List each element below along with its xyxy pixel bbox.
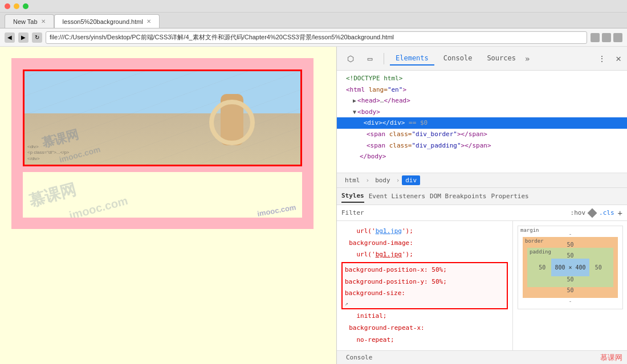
box-model-panel: margin - border 50 <box>513 221 627 350</box>
html-tag[interactable]: <html lang="en"> <box>337 84 627 96</box>
tab-bar: New Tab ✕ lesson5%20background.html ✕ <box>0 13 627 28</box>
border-bottom-row: 50 <box>527 287 613 293</box>
html-div-selected[interactable]: <div></div> == $0 <box>337 117 627 129</box>
styles-tab-dom[interactable]: DOM Breakpoints <box>430 190 486 202</box>
side-left-val: 50 <box>539 264 545 271</box>
minimize-dot[interactable] <box>14 3 19 9</box>
padding-top-val: 50 <box>567 252 573 259</box>
css-line-bg-pos-x: background-position-x: 50%; <box>345 264 504 276</box>
tab-console[interactable]: Console <box>438 52 478 66</box>
bm-margin: margin - border 50 <box>518 226 622 309</box>
css-link-bg1[interactable]: bg1.jpg <box>376 227 402 235</box>
margin-label: margin <box>520 227 539 233</box>
close-dot[interactable] <box>5 3 10 9</box>
hand-circle <box>209 100 255 145</box>
tab-new-label: New Tab <box>13 18 38 25</box>
browser-window: New Tab ✕ lesson5%20background.html ✕ ◀ … <box>0 0 627 364</box>
styles-tab-event[interactable]: Event Listeners <box>369 190 425 202</box>
imooc-logo: imooc.com <box>257 203 297 218</box>
filter-bar: Filter :hov .cls + <box>337 205 627 221</box>
browser-top-bar <box>0 0 627 13</box>
red-border-image-box: 慕课网 imooc.com <div> <p class="dl">...</p… <box>23 69 302 166</box>
tab-sources[interactable]: Sources <box>481 52 522 66</box>
tab-active[interactable]: lesson5%20background.html ✕ <box>54 14 160 28</box>
css-line-bg-pos-y: background-position-y: 50%; <box>345 276 504 288</box>
tab-new[interactable]: New Tab ✕ <box>5 14 54 28</box>
devtools-close-btn[interactable]: ✕ <box>616 53 621 64</box>
styles-tab-styles[interactable]: Styles <box>341 190 364 203</box>
css-line-initial: initial; <box>341 310 508 322</box>
add-style-btn[interactable]: + <box>618 208 622 218</box>
address-bar[interactable]: file:///C:/Users/yinsh/Desktop/PC前端/CSS3… <box>46 31 587 44</box>
tab-active-close[interactable]: ✕ <box>146 18 151 24</box>
refresh-button[interactable]: ↻ <box>32 32 42 43</box>
content-size: 800 × 400 <box>555 264 585 271</box>
border-label: border <box>525 238 544 244</box>
styles-panel: url('bg1.jpg'); background-image: url('b… <box>337 221 627 350</box>
breadcrumb-body[interactable]: body <box>372 175 394 185</box>
device-icon-btn[interactable]: ▭ <box>362 51 378 67</box>
cls-toggle[interactable]: .cls <box>599 209 614 216</box>
breadcrumb-bar: html › body › div <box>337 173 627 188</box>
cursor-icon-btn[interactable]: ⬡ <box>343 51 359 67</box>
css-line-bg-repeat: background-repeat-x: <box>341 322 508 334</box>
tab-active-label: lesson5%20background.html <box>63 18 143 25</box>
margin-top-val: - <box>568 231 572 237</box>
hand-shape <box>198 83 266 157</box>
devtools-settings-btn[interactable]: ⋮ <box>594 51 610 67</box>
content-row: 50 800 × 400 50 <box>532 259 609 276</box>
header-separator <box>384 53 384 64</box>
css-highlight-box: background-position-x: 50%; background-p… <box>341 262 508 309</box>
filter-diamond-icon[interactable] <box>588 208 597 218</box>
elements-panel: <!DOCTYPE html> <html lang="en"> ▶<head>… <box>337 71 627 173</box>
bm-padding: padding 50 50 800 × <box>527 248 613 287</box>
border-top-val: 50 <box>567 242 573 248</box>
forward-button[interactable]: ▶ <box>18 32 28 43</box>
css-line-url2: url('bg1.jpg'); <box>341 249 508 261</box>
css-rules-list: url('bg1.jpg'); background-image: url('b… <box>337 223 512 348</box>
html-body-close[interactable]: </body> <box>337 151 627 162</box>
tab-new-close[interactable]: ✕ <box>41 18 46 24</box>
cursor-marker: ↗ <box>345 300 348 306</box>
css-line-bg-image: background-image: <box>341 238 508 250</box>
css-link-bg1-2[interactable]: bg1.jpg <box>376 251 402 258</box>
mooc-logo-bottom: 慕课网 <box>600 353 622 363</box>
padding-label: padding <box>530 249 551 255</box>
css-rules-panel: url('bg1.jpg'); background-image: url('b… <box>337 221 513 350</box>
html-body[interactable]: ▼<body> <box>337 107 627 118</box>
nav-icons <box>591 33 622 42</box>
tab-elements[interactable]: Elements <box>390 52 434 66</box>
bottom-bar: Console 慕课网 <box>337 350 627 364</box>
browser-nav: ◀ ▶ ↻ file:///C:/Users/yinsh/Desktop/PC前… <box>0 28 627 47</box>
filter-label: Filter <box>341 209 364 216</box>
webpage-view: 慕课网 imooc.com <div> <p class="dl">...</p… <box>0 47 336 364</box>
filter-input[interactable] <box>368 210 567 216</box>
doctype-text: <!DOCTYPE html> <box>346 75 402 82</box>
below-watermark-1: 慕课网 <box>27 179 79 212</box>
breadcrumb-html[interactable]: html <box>341 175 364 185</box>
padding-bottom-val: 50 <box>567 276 573 283</box>
bm-border: border 50 padding 50 <box>523 237 618 298</box>
styles-tab-properties[interactable]: Properties <box>491 190 528 202</box>
background-image: 慕课网 imooc.com <div> <p class="dl">...</p… <box>25 71 300 165</box>
html-span-padding[interactable]: <span class="div_padding"></span> <box>337 140 627 152</box>
html-span-border[interactable]: <span class="div_border"></span> <box>337 129 627 140</box>
box-model: margin - border 50 <box>518 226 623 309</box>
css-line-no-repeat: no-repeat; <box>341 334 508 346</box>
more-icon[interactable] <box>613 33 622 42</box>
back-button[interactable]: ◀ <box>5 32 15 43</box>
side-right-val: 50 <box>595 264 602 271</box>
maximize-dot[interactable] <box>23 3 28 9</box>
margin-bottom-val: - <box>568 298 572 304</box>
css-line-url: url('bg1.jpg'); <box>341 226 508 238</box>
hov-toggle[interactable]: :hov <box>571 209 586 216</box>
pink-box: 慕课网 imooc.com <div> <p class="dl">...</p… <box>11 58 314 229</box>
console-bottom-btn[interactable]: Console <box>341 353 377 362</box>
bookmark-icon[interactable] <box>591 33 600 42</box>
html-head[interactable]: ▶<head>…</head> <box>337 95 627 107</box>
devtools-header: ⬡ ▭ Elements Console Sources » ⋮ ✕ <box>337 47 627 71</box>
breadcrumb-div[interactable]: div <box>402 175 420 185</box>
html-doctype[interactable]: <!DOCTYPE html> <box>337 73 627 84</box>
settings-icon[interactable] <box>602 33 611 42</box>
more-tabs-btn[interactable]: » <box>525 54 530 63</box>
